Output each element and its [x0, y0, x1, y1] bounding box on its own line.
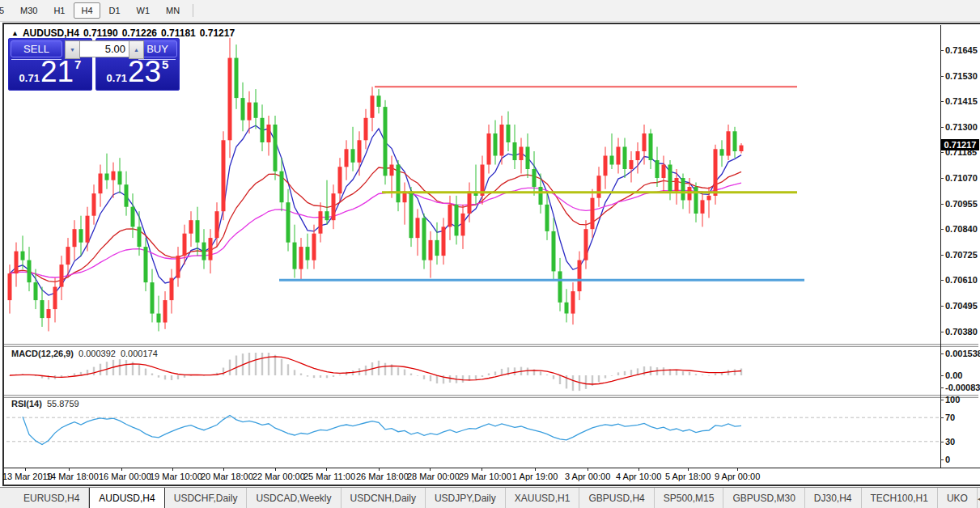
price-tick-0.71415-tick	[940, 101, 944, 102]
chart-window-border-left	[2, 23, 4, 486]
rsi-label-row: RSI(14) 55.8759	[11, 399, 79, 409]
rsi-axis-100: 100	[945, 395, 960, 404]
price-tick-0.71415: 0.71415	[945, 96, 978, 106]
macd-axis--0.000835-tick	[940, 387, 944, 388]
time-label: 28 Mar 00:00	[407, 472, 460, 481]
rsi-value: 55.8759	[47, 399, 79, 409]
time-label: 14 Mar 18:00	[46, 472, 99, 481]
rsi-line	[23, 416, 741, 445]
tab-usdchf-daily[interactable]: USDCHF,Daily	[165, 488, 248, 508]
time-tick	[275, 468, 276, 471]
one-click-trading-panel: SELL BUY ▼ 5.00 ▲ 0.71 21 7 0.71 23 5	[8, 38, 180, 91]
rsi-pane-canvas[interactable]	[6, 397, 940, 468]
bid-big-digits: 21	[40, 57, 74, 87]
timeframe-button-D1[interactable]: D1	[102, 2, 128, 19]
timeframe-button-M30[interactable]: M30	[13, 2, 45, 19]
price-tick-0.70495: 0.70495	[945, 301, 978, 311]
timeframe-button-MN[interactable]: MN	[159, 2, 187, 19]
chart-tab-bar: EURUSD,H4AUDUSD,H4USDCHF,DailyUSDCAD,Wee…	[0, 487, 980, 508]
timeframe-button-H4[interactable]: H4	[74, 2, 100, 19]
time-label: 1 Apr 19:00	[512, 472, 558, 481]
macd-signal-value: 0.000174	[121, 349, 158, 358]
time-label: 5 Apr 18:00	[665, 472, 711, 481]
time-axis-divider	[4, 468, 980, 468]
price-tick-0.71645-tick	[940, 50, 944, 51]
time-label: 26 Mar 18:00	[356, 472, 409, 481]
ask-prefix: 0.71	[107, 73, 127, 83]
macd-label: MACD(12,26,9)	[11, 349, 74, 358]
time-label: 9 Apr 00:00	[715, 472, 760, 481]
time-tick	[69, 468, 70, 471]
tab-usdjpy-daily[interactable]: USDJPY,Daily	[426, 488, 506, 508]
ma-period-6	[10, 125, 741, 295]
price-tick-0.70725-tick	[940, 255, 944, 256]
current-price-tag: 0.71217	[941, 139, 979, 150]
rsi-axis-70-tick	[940, 417, 944, 418]
macd-axis--0.000835: -0.000835	[945, 383, 980, 392]
macd-axis-0.00: 0.00	[945, 370, 962, 380]
tab-gbpusd-h4[interactable]: GBPUSD,H4	[579, 488, 654, 508]
price-tick-0.71300: 0.71300	[945, 122, 978, 132]
tab-audusd-h4[interactable]: AUDUSD,H4	[89, 487, 164, 508]
timeframe-button-W1[interactable]: W1	[129, 2, 158, 19]
rsi-axis-30-tick	[940, 442, 944, 442]
timeframe-button-H1[interactable]: H1	[46, 2, 72, 19]
timeframe-toolbar: 5M30H1H4D1W1MN	[0, 0, 980, 22]
bid-prefix: 0.71	[19, 73, 40, 83]
price-tick-0.70840-tick	[940, 229, 944, 230]
rsi-label: RSI(14)	[11, 399, 42, 409]
tab-gbpusd-m30[interactable]: GBPUSD,M30	[723, 488, 804, 508]
toolbar-separator	[193, 4, 193, 17]
price-tick-0.71070: 0.71070	[945, 173, 978, 183]
volume-input[interactable]: 5.00	[80, 40, 129, 57]
price-tick-0.71645: 0.71645	[945, 45, 978, 55]
tab-usdcad-weekly[interactable]: USDCAD,Weekly	[247, 488, 341, 508]
price-tick-0.70610: 0.70610	[945, 275, 978, 285]
time-tick	[121, 468, 122, 471]
timeframe-button-5[interactable]: 5	[0, 2, 11, 19]
macd-label-row: MACD(12,26,9) 0.000392 0.000174	[11, 349, 158, 358]
tab-eurusd-h4[interactable]: EURUSD,H4	[15, 488, 89, 508]
time-tick	[25, 468, 26, 471]
bid-price: 0.71 21 7	[8, 57, 92, 87]
time-label: 25 Mar 11:00	[303, 472, 355, 481]
macd-histogram	[9, 353, 742, 391]
tab-usdcnh-daily[interactable]: USDCNH,Daily	[342, 488, 426, 508]
time-label: 4 Apr 10:00	[616, 472, 661, 481]
time-tick	[482, 468, 482, 471]
macd-axis-0.00-tick	[940, 375, 944, 376]
macd-axis-0.001538: 0.001538	[945, 349, 980, 358]
time-label: 29 Mar 10:00	[459, 472, 511, 481]
time-label: 20 Mar 18:00	[201, 472, 253, 481]
tab-tech100-h1[interactable]: TECH100,H1	[862, 488, 938, 508]
horizontal-lines	[279, 87, 804, 280]
time-label: 22 Mar 00:00	[252, 472, 305, 481]
rsi-axis-100-tick	[940, 400, 944, 400]
price-axis-divider	[940, 25, 941, 468]
tab-sp500-m15[interactable]: SP500,M15	[655, 488, 724, 508]
chart-window-border-bottom	[2, 485, 980, 486]
tab-dj30-h4[interactable]: DJ30,H4	[805, 488, 862, 508]
time-tick	[223, 468, 224, 471]
ask-pipette: 5	[162, 58, 168, 70]
price-tick-0.70610-tick	[940, 280, 944, 281]
macd-axis-0.001538-tick	[940, 353, 944, 354]
price-tick-0.70840: 0.70840	[945, 224, 978, 234]
moving-averages	[10, 125, 741, 295]
rsi-axis-0-tick	[940, 459, 944, 460]
time-tick	[430, 468, 431, 471]
time-tick	[588, 468, 588, 471]
price-tick-0.70380-tick	[940, 332, 944, 332]
price-tick-0.71070-tick	[940, 178, 944, 179]
price-tick-0.71530-tick	[940, 76, 944, 77]
time-label: 3 Apr 00:00	[565, 472, 610, 481]
time-tick	[172, 468, 173, 471]
time-label: 16 Mar 00:00	[99, 472, 151, 481]
bid-pipette: 7	[74, 58, 81, 70]
price-tick-0.70725: 0.70725	[945, 250, 978, 260]
tab-xauusd-h1[interactable]: XAUUSD,H1	[506, 488, 580, 508]
price-tick-0.70955: 0.70955	[945, 199, 978, 209]
tab-uko[interactable]: UKO	[938, 488, 978, 508]
time-tick	[326, 468, 327, 471]
rsi-axis-0: 0	[945, 455, 950, 464]
